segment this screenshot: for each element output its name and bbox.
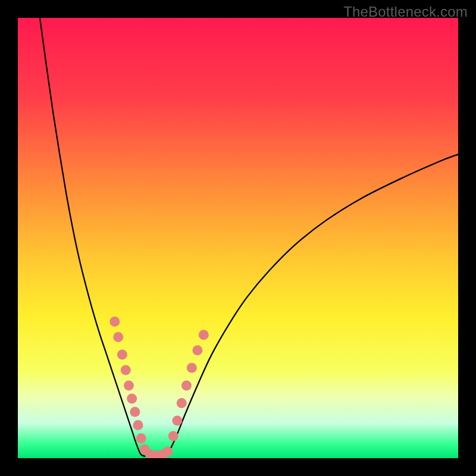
data-marker: [109, 317, 120, 327]
data-marker: [177, 398, 187, 408]
watermark-label: TheBottleneck.com: [343, 4, 468, 20]
data-marker: [199, 330, 209, 340]
bottleneck-curve: [40, 18, 458, 457]
data-marker: [121, 365, 131, 375]
curve-layer: [18, 18, 458, 458]
plot-area: [18, 18, 458, 458]
data-marker: [172, 416, 182, 426]
data-marker: [168, 431, 178, 441]
data-marker: [127, 394, 137, 404]
curve-markers: [109, 317, 208, 458]
data-marker: [187, 363, 197, 373]
data-marker: [117, 350, 127, 360]
data-marker: [192, 345, 202, 355]
data-marker: [133, 420, 143, 430]
data-marker: [136, 433, 146, 443]
outer-frame: TheBottleneck.com: [0, 0, 476, 476]
data-marker: [130, 407, 140, 417]
data-marker: [113, 332, 123, 342]
data-marker: [162, 446, 173, 456]
data-marker: [124, 380, 134, 390]
data-marker: [181, 380, 192, 390]
